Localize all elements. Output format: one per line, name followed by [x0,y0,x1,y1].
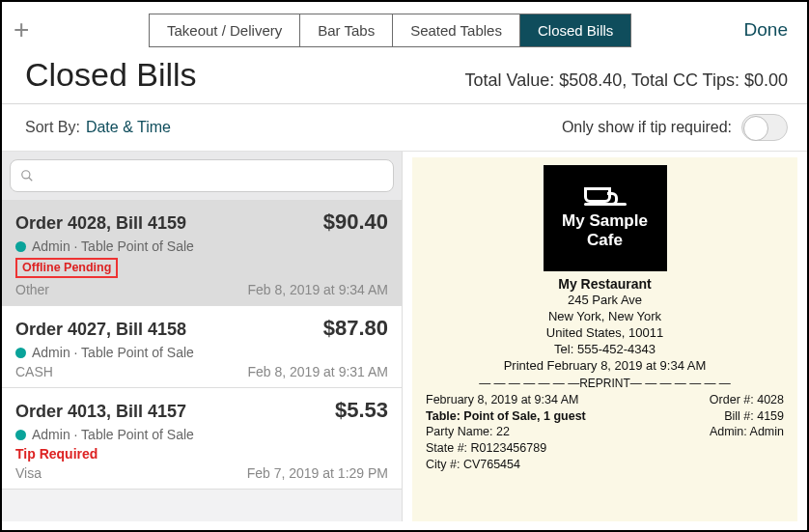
search-input[interactable] [10,159,394,192]
brand-line1: My Sample [562,211,648,231]
cup-icon [584,187,611,203]
bill-timestamp: Feb 8, 2019 at 9:34 AM [247,282,388,297]
search-field[interactable] [40,168,383,184]
bill-timestamp: Feb 7, 2019 at 1:29 PM [247,465,388,481]
tab-closed-bills[interactable]: Closed Bills [520,14,630,46]
receipt: My Sample Cafe My Restaurant 245 Park Av… [412,157,797,521]
status-dot-icon [15,430,26,440]
receipt-logo: My Sample Cafe [544,165,667,271]
receipt-left-line: Table: Point of Sale, 1 guest [426,408,586,425]
svg-point-0 [22,171,30,179]
add-icon[interactable]: + [14,14,42,45]
reprint-divider: — — — — — — —REPRINT— — — — — — — [426,377,784,390]
main-content: Order 4028, Bill 4159 $90.40 Admin · Tab… [2,152,807,521]
payment-method: Visa [15,465,42,481]
addr-line: United States, 10011 [426,325,784,342]
topbar: + Takeout / Delivery Bar Tabs Seated Tab… [2,2,807,56]
bill-timestamp: Feb 8, 2019 at 9:31 AM [247,364,388,379]
search-icon [20,169,34,182]
saucer-icon [584,203,627,206]
search-wrap [2,152,402,200]
done-button[interactable]: Done [744,19,795,41]
bill-amount: $90.40 [323,210,388,235]
receipt-right-line: Admin: Admin [710,424,784,440]
addr-line: 245 Park Ave [426,293,784,309]
payment-method: Other [15,282,49,297]
view-tabs: Takeout / Delivery Bar Tabs Seated Table… [149,14,631,47]
brand-line2: Cafe [562,231,648,250]
tel-line: Tel: 555-452-4343 [426,342,784,358]
bill-title: Order 4013, Bill 4157 [15,402,186,422]
bill-item[interactable]: Order 4027, Bill 4158 $87.80 Admin · Tab… [2,306,402,388]
printed-line: Printed February 8, 2019 at 9:34 AM [426,358,784,375]
bill-item[interactable]: Order 4013, Bill 4157 $5.53 Admin · Tabl… [2,388,402,490]
receipt-left-line: State #: R0123456789 [426,440,586,457]
controls-row: Sort By: Date & Time Only show if tip re… [2,104,807,152]
bill-amount: $87.80 [323,316,388,341]
restaurant-name: My Restaurant [426,275,784,293]
bill-author: Admin · Table Point of Sale [32,238,194,254]
sort-by-label: Sort By: [25,119,80,136]
addr-line: New York, New York [426,309,784,325]
svg-line-1 [29,178,33,182]
receipt-details: February 8, 2019 at 9:34 AM Table: Point… [426,392,784,473]
bill-author: Admin · Table Point of Sale [32,427,194,442]
bill-amount: $5.53 [335,398,388,423]
tab-seated-tables[interactable]: Seated Tables [393,14,520,46]
receipt-right-line: Order #: 4028 [710,392,784,408]
tip-filter-label: Only show if tip required: [562,119,732,136]
receipt-pane: My Sample Cafe My Restaurant 245 Park Av… [403,152,807,521]
receipt-left-line: City #: CV765454 [426,457,586,473]
bill-title: Order 4027, Bill 4158 [15,320,186,340]
receipt-left-line: Party Name: 22 [426,424,586,440]
bill-title: Order 4028, Bill 4159 [15,213,186,234]
status-dot-icon [15,241,26,252]
receipt-right-line: Bill #: 4159 [710,408,784,425]
sort-by-value[interactable]: Date & Time [86,119,171,136]
tab-bar-tabs[interactable]: Bar Tabs [300,14,393,46]
bill-list-pane: Order 4028, Bill 4159 $90.40 Admin · Tab… [2,152,403,521]
tab-takeout-delivery[interactable]: Takeout / Delivery [150,14,300,46]
totals-summary: Total Value: $508.40, Total CC Tips: $0.… [464,70,788,91]
tip-required-badge: Tip Required [15,446,388,462]
payment-method: CASH [15,364,53,379]
bill-item[interactable]: Order 4028, Bill 4159 $90.40 Admin · Tab… [2,200,402,306]
bill-author: Admin · Table Point of Sale [32,345,194,360]
page-header: Closed Bills Total Value: $508.40, Total… [2,56,807,104]
status-dot-icon [15,348,26,358]
offline-pending-badge: Offline Pending [15,258,118,278]
page-title: Closed Bills [25,56,197,94]
tip-filter-toggle[interactable] [741,114,788,141]
receipt-left-line: February 8, 2019 at 9:34 AM [426,392,586,408]
